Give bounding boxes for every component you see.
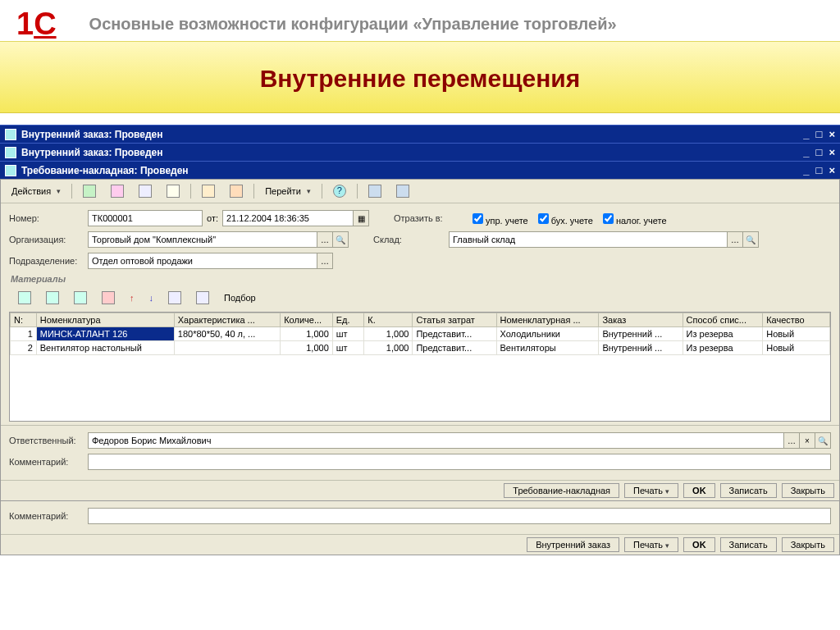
search-icon[interactable]: 🔍 [742, 231, 759, 248]
grid-toolbar: ↑ ↓ Подбор [9, 287, 831, 312]
select-icon[interactable]: … [317, 231, 333, 248]
toolbar-icon-back[interactable] [105, 182, 130, 200]
main-window-titlebar: Требование-накладная: Проведен _ □ × [0, 161, 840, 179]
banner: Внутренние перемещения [0, 41, 840, 113]
toolbar-icon-report[interactable] [133, 182, 158, 200]
col-nomgroup[interactable]: Номенклатурная ... [496, 313, 599, 327]
toolbar-icon-ext2[interactable] [390, 182, 415, 200]
outer-print-button[interactable]: Печать [624, 537, 678, 552]
edit-row-icon[interactable] [68, 289, 93, 307]
materials-section: Материалы [11, 274, 831, 284]
col-unit[interactable]: Ед. [332, 313, 364, 327]
toolbar-icon-structure[interactable] [161, 182, 185, 200]
actions-menu[interactable]: Действия [6, 184, 66, 199]
responsible-input[interactable]: Федоров Борис Михайлович [88, 432, 784, 449]
outer-comment-input[interactable] [88, 508, 831, 524]
maximize-icon[interactable]: □ [816, 128, 823, 140]
comment-label: Комментарий: [9, 457, 88, 467]
outer-comment-label: Комментарий: [9, 511, 88, 521]
toolbar-icon-ext1[interactable] [363, 182, 387, 200]
slide-header: 1C Основные возможности конфигурации «Уп… [0, 0, 840, 41]
close-button[interactable]: Закрыть [782, 483, 834, 498]
toolbar-icon-basis[interactable] [196, 182, 221, 200]
number-label: Номер: [9, 213, 88, 223]
minimize-icon[interactable]: _ [803, 128, 809, 140]
materials-grid[interactable]: N: Номенклатура Характеристика ... Колич… [9, 312, 831, 422]
chk-upr[interactable]: упр. учете [469, 211, 528, 226]
maximize-icon[interactable]: □ [816, 164, 823, 176]
col-order[interactable]: Заказ [599, 313, 682, 327]
date-from-label: от: [203, 213, 222, 223]
reflect-in-label: Отразить в: [394, 213, 453, 223]
move-down-icon[interactable]: ↓ [144, 290, 160, 305]
col-k[interactable]: К. [364, 313, 413, 327]
outer-button-bar: Внутренний заказ Печать OK Записать Закр… [1, 534, 839, 555]
search-icon[interactable]: 🔍 [815, 432, 831, 449]
header-subtitle: Основные возможности конфигурации «Управ… [89, 15, 617, 34]
date-input[interactable]: 21.12.2004 18:36:35 [222, 210, 354, 226]
warehouse-input[interactable]: Главный склад [449, 231, 728, 248]
col-writeoff[interactable]: Способ спис... [682, 313, 763, 327]
chk-nalog[interactable]: налог. учете [600, 211, 667, 226]
goto-menu[interactable]: Перейти [259, 184, 317, 199]
close-icon[interactable]: × [829, 128, 835, 140]
window-icon [5, 129, 16, 140]
responsible-label: Ответственный: [9, 436, 88, 445]
calendar-icon[interactable]: ▦ [353, 210, 369, 226]
org-input[interactable]: Торговый дом "Комплексный" [88, 231, 317, 248]
maximize-icon[interactable]: □ [816, 146, 823, 158]
help-icon[interactable]: ? [327, 182, 352, 200]
toolbar-icon-post[interactable] [77, 182, 102, 200]
grid-empty-area [10, 355, 830, 421]
outer-window-slice: Комментарий: Внутренний заказ Печать OK … [0, 501, 840, 555]
dept-input[interactable]: Отдел оптовой продажи [88, 253, 317, 269]
col-nomen[interactable]: Номенклатура [36, 313, 174, 327]
main-toolbar: Действия Перейти ? [1, 180, 839, 203]
add-row-icon[interactable] [12, 289, 37, 307]
inner-button-bar: Требование-накладная Печать OK Записать … [1, 480, 839, 500]
dept-label: Подразделение: [9, 256, 88, 266]
minimize-icon[interactable]: _ [803, 146, 809, 158]
sort-asc-icon[interactable] [162, 289, 187, 307]
close-icon[interactable]: × [829, 146, 835, 158]
bg-window-1-titlebar: Внутренний заказ: Проведен _ □ × [0, 125, 840, 143]
sort-desc-icon[interactable] [190, 289, 215, 307]
copy-row-icon[interactable] [40, 289, 65, 307]
outer-save-button[interactable]: Записать [720, 537, 777, 552]
print-button[interactable]: Печать [624, 483, 678, 498]
outer-ok-button[interactable]: OK [683, 537, 715, 552]
col-char[interactable]: Характеристика ... [174, 313, 280, 327]
select-icon[interactable]: … [317, 253, 333, 269]
select-icon[interactable]: … [727, 231, 743, 248]
bg-window-1-title: Внутренний заказ: Проведен [21, 129, 163, 140]
clear-icon[interactable]: × [799, 432, 815, 449]
logo-1c: 1C [16, 8, 57, 39]
form-area: Номер: ТК000001 от: 21.12.2004 18:36:35 … [1, 203, 839, 425]
save-button[interactable]: Записать [720, 483, 777, 498]
number-input[interactable]: ТК000001 [88, 210, 203, 226]
delete-row-icon[interactable] [96, 289, 121, 307]
table-row[interactable]: 1 МИНСК-АТЛАНТ 126 180*80*50, 40 л, ... … [11, 327, 830, 341]
col-cost[interactable]: Статья затрат [413, 313, 496, 327]
comment-input[interactable] [88, 454, 831, 470]
close-icon[interactable]: × [829, 164, 835, 176]
search-icon[interactable]: 🔍 [332, 231, 349, 248]
bg-window-2-title: Внутренний заказ: Проведен [21, 147, 163, 158]
toolbar-icon-basis2[interactable] [224, 182, 249, 200]
window-icon [5, 165, 16, 176]
bottom-form: Ответственный: Федоров Борис Михайлович … [1, 425, 839, 480]
ok-button[interactable]: OK [683, 483, 715, 498]
col-qty[interactable]: Количе... [281, 313, 333, 327]
move-up-icon[interactable]: ↑ [124, 290, 140, 305]
table-row[interactable]: 2 Вентилятор настольный 1,000 шт 1,000 П… [11, 341, 830, 355]
outer-doc-button[interactable]: Внутренний заказ [527, 537, 619, 552]
col-num[interactable]: N: [11, 313, 37, 327]
select-icon[interactable]: … [783, 432, 800, 449]
chk-buh[interactable]: бух. учете [535, 211, 593, 226]
selection-button[interactable]: Подбор [218, 290, 262, 305]
window-icon [5, 147, 16, 158]
outer-close-button[interactable]: Закрыть [782, 537, 834, 552]
doc-name-button[interactable]: Требование-накладная [504, 483, 619, 498]
minimize-icon[interactable]: _ [803, 164, 809, 176]
col-quality[interactable]: Качество [763, 313, 830, 327]
